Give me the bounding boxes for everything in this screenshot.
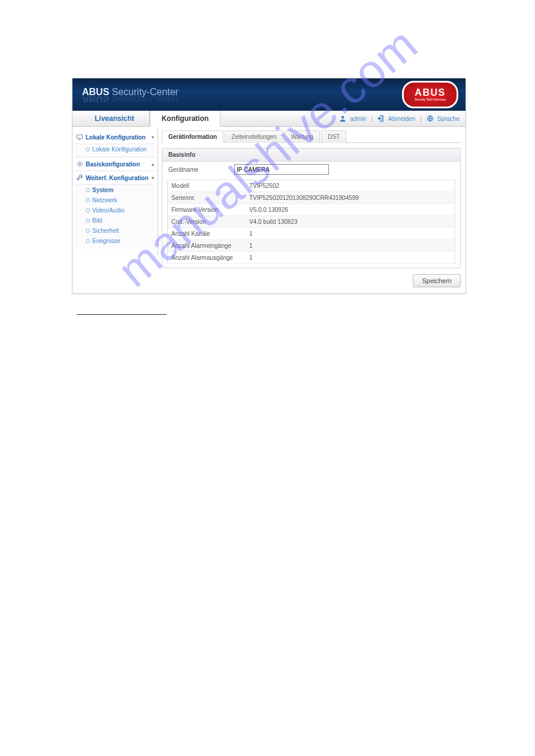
- bullet-icon: [86, 218, 90, 223]
- sidebar-group-advanced-label: Weiterf. Konfiguration: [86, 175, 149, 181]
- sidebar-group-advanced[interactable]: Weiterf. Konfiguration ▾: [75, 171, 155, 184]
- svg-point-3: [78, 163, 81, 165]
- save-button[interactable]: Speichern: [413, 274, 461, 287]
- info-value: V4.0 build 130823: [246, 216, 455, 228]
- sidebar-group-local[interactable]: Lokale Konfiguration ▾: [75, 130, 155, 144]
- bullet-icon: [86, 239, 90, 243]
- info-key: Anzahl Kanäle: [168, 228, 246, 240]
- table-row: Anzahl Alarmeingänge1: [168, 240, 455, 252]
- info-key: Seriennr.: [168, 192, 246, 204]
- main-tabbar: Liveansicht Konfiguration admin | Abmeld…: [72, 111, 466, 127]
- bullet-icon: [86, 198, 90, 202]
- language-link[interactable]: Sprache: [437, 116, 460, 122]
- table-row: Cod.-VersionV4.0 build 130823: [168, 216, 455, 228]
- brand-logo: ABUS Security Tech Germany: [402, 81, 458, 108]
- monitor-icon: [76, 133, 83, 141]
- tab-configuration[interactable]: Konfiguration: [150, 111, 220, 127]
- svg-point-0: [341, 116, 344, 119]
- subtab-time-settings[interactable]: Zeiteinstellungen: [225, 130, 283, 143]
- info-key: Modell: [168, 180, 246, 192]
- device-name-label: Gerätname: [168, 166, 234, 173]
- info-key: Cod.-Version: [168, 216, 246, 228]
- globe-icon: [427, 115, 434, 122]
- sidebar-group-local-label: Lokale Konfiguration: [86, 134, 146, 141]
- table-row: Firmware-VersionV5.0.0 130926: [168, 204, 455, 216]
- table-row: Seriennr.TVIP5250201201308290CRR43190459…: [168, 192, 455, 204]
- info-key: Anzahl Alarmausgänge: [168, 252, 246, 264]
- sidebar-group-basic-label: Basiskonfiguration: [86, 161, 140, 168]
- user-icon: [339, 115, 346, 122]
- sidebar-item-video-audio[interactable]: Video/Audio: [75, 205, 155, 215]
- gear-icon: [76, 160, 83, 168]
- info-key: Firmware-Version: [168, 204, 246, 216]
- chevron-up-icon: ▴: [152, 162, 154, 167]
- table-row: ModellTVIP52502: [168, 180, 455, 192]
- info-value: 1: [246, 252, 455, 264]
- brand-logo-sub: Security Tech Germany: [415, 98, 446, 101]
- content-subtabs: Gerätinformation Zeiteinstellungen Wartu…: [162, 130, 461, 143]
- table-row: Anzahl Alarmausgänge1: [168, 252, 455, 264]
- brand-strong: ABUS: [82, 87, 109, 97]
- info-value: TVIP52502: [246, 180, 455, 192]
- chevron-down-icon: ▾: [152, 175, 154, 181]
- subtab-device-info[interactable]: Gerätinformation: [162, 130, 223, 143]
- device-name-input[interactable]: [234, 164, 329, 175]
- brand-logo-text: ABUS: [415, 88, 445, 98]
- app-window: ABUS Security-Center ABUS Security-Cente…: [72, 78, 466, 294]
- sidebar-group-basic[interactable]: Basiskonfiguration ▴: [75, 157, 155, 171]
- app-header: ABUS Security-Center ABUS Security-Cente…: [72, 78, 466, 111]
- bullet-icon: [86, 147, 90, 151]
- wrench-icon: [76, 174, 83, 181]
- info-value: 1: [246, 240, 455, 252]
- subtab-dst[interactable]: DST: [321, 130, 346, 143]
- user-link[interactable]: admin: [350, 116, 366, 122]
- info-value: 1: [246, 228, 455, 240]
- panel-title: Basisinfo: [162, 148, 460, 162]
- logout-icon: [377, 115, 385, 122]
- info-value: V5.0.0 130926: [246, 204, 455, 216]
- chevron-down-icon: ▾: [152, 135, 154, 140]
- sidebar-item-image[interactable]: Bild: [75, 215, 155, 226]
- basic-info-panel: Basisinfo Gerätname ModellTVIP52502 Seri…: [162, 148, 461, 268]
- bullet-icon: [86, 229, 90, 233]
- sidebar-item-network[interactable]: Netzwerk: [75, 195, 155, 205]
- svg-rect-2: [77, 135, 83, 138]
- tab-liveview[interactable]: Liveansicht: [80, 111, 150, 126]
- info-value: TVIP5250201201308290CRR431904599: [246, 192, 455, 204]
- sidebar-item-events[interactable]: Ereignisse: [75, 236, 155, 246]
- sidebar-item-security[interactable]: Sicherheit: [75, 226, 155, 236]
- sidebar-item-local-config[interactable]: Lokale Konfiguration: [75, 144, 155, 154]
- table-row: Anzahl Kanäle1: [168, 228, 455, 240]
- info-key: Anzahl Alarmeingänge: [168, 240, 246, 252]
- logout-link[interactable]: Abmelden: [388, 116, 415, 122]
- brand-light: Security-Center: [112, 87, 179, 97]
- subtab-maintenance[interactable]: Wartung: [285, 130, 320, 143]
- content-area: Gerätinformation Zeiteinstellungen Wartu…: [158, 127, 466, 293]
- topbar-right: admin | Abmelden | Sprache: [339, 111, 466, 126]
- divider: [77, 314, 167, 315]
- brand-block: ABUS Security-Center ABUS Security-Cente…: [82, 87, 179, 102]
- sidebar: Lokale Konfiguration ▾ Lokale Konfigurat…: [72, 127, 158, 256]
- bullet-icon: [86, 208, 90, 212]
- sidebar-item-system[interactable]: System: [75, 185, 155, 195]
- bullet-icon: [86, 188, 90, 192]
- device-info-table: ModellTVIP52502 Seriennr.TVIP52502012013…: [167, 180, 455, 264]
